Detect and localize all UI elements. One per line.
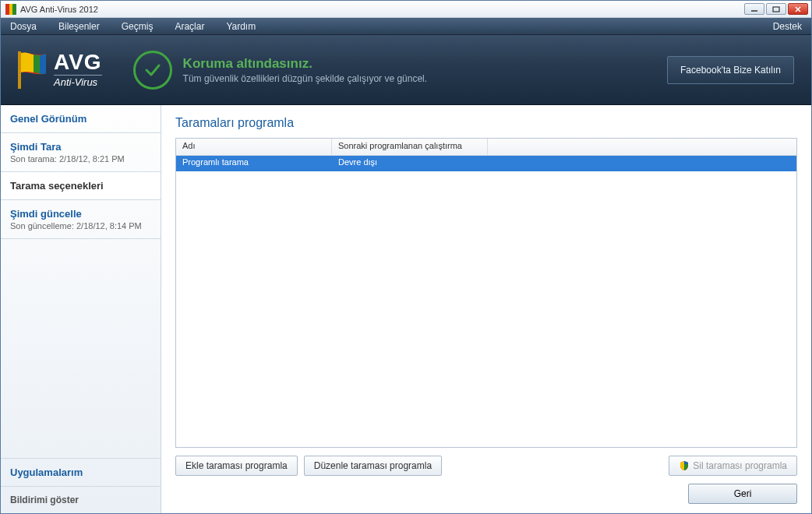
sidebar-item-show-notification[interactable]: Bildirimi göster [1,487,161,513]
svg-rect-1 [9,4,12,15]
cell-next-run: Devre dışı [332,156,488,171]
shield-icon [679,460,690,471]
add-scan-button[interactable]: Ekle taraması programla [175,456,298,476]
checkmark-icon [133,51,172,90]
page-title: Taramaları programla [175,116,797,130]
column-next-run[interactable]: Sonraki programlanan çalıştırma [332,139,488,155]
menu-tools[interactable]: Araçlar [175,21,204,32]
sidebar-item-scan-options[interactable]: Tarama seçenekleri [1,172,161,200]
delete-scan-button[interactable]: Sil taraması programla [669,456,797,476]
sidebar-item-label: Şimdi Tara [10,141,151,153]
status-subtitle: Tüm güvenlik özellikleri düzgün şekilde … [183,73,427,84]
sidebar-item-scan-now[interactable]: Şimdi Tara Son tarama: 2/18/12, 8:21 PM [1,133,161,172]
svg-rect-7 [18,51,21,89]
sidebar-item-overview[interactable]: Genel Görünüm [1,105,161,133]
sidebar-item-my-apps[interactable]: Uygulamalarım [1,458,161,487]
app-icon [5,4,16,15]
table-header: Adı Sonraki programlanan çalıştırma [176,139,796,156]
menubar: Dosya Bileşenler Geçmiş Araçlar Yardım D… [1,18,811,35]
action-row: Ekle taraması programla Düzenle taraması… [175,456,797,476]
maximize-button[interactable] [766,3,786,15]
minimize-button[interactable] [744,3,764,15]
column-name[interactable]: Adı [176,139,332,155]
sidebar-item-label: Genel Görünüm [10,113,151,125]
menu-support[interactable]: Destek [773,21,802,32]
logo-subtitle: Anti-Virus [54,75,102,88]
sidebar-item-sublabel: Son güncelleme: 2/18/12, 8:14 PM [10,221,151,231]
window-title: AVG Anti-Virus 2012 [20,5,744,14]
column-spacer [488,139,796,155]
svg-rect-0 [5,4,9,15]
header: AVG Anti-Virus Koruma altındasınız. Tüm … [1,35,811,105]
window-controls [744,3,811,15]
menu-history[interactable]: Geçmiş [122,21,154,32]
sidebar-item-sublabel: Son tarama: 2/18/12, 8:21 PM [10,154,151,164]
sidebar-item-label: Tarama seçenekleri [10,180,151,192]
facebook-button[interactable]: Facebook'ta Bize Katılın [667,56,794,84]
content-area: Taramaları programla Adı Sonraki program… [161,105,811,513]
avg-flag-icon [18,51,48,89]
cell-name: Programlı tarama [176,156,332,171]
back-button[interactable]: Geri [688,484,797,504]
menu-help[interactable]: Yardım [226,21,256,32]
sidebar-item-label: Uygulamalarım [10,466,151,478]
menu-components[interactable]: Bileşenler [58,21,100,32]
status-title: Koruma altındasınız. [183,56,427,72]
logo: AVG Anti-Virus [18,51,102,89]
edit-scan-button[interactable]: Düzenle taraması programla [304,456,442,476]
table-row[interactable]: Programlı tarama Devre dışı [176,156,796,171]
sidebar-item-label: Şimdi güncelle [10,208,151,220]
svg-rect-2 [12,4,16,15]
menu-file[interactable]: Dosya [10,21,37,32]
close-button[interactable] [788,3,808,15]
svg-rect-4 [773,7,779,12]
sidebar-item-label: Bildirimi göster [10,495,151,505]
logo-brand: AVG [54,51,102,73]
delete-scan-label: Sil taraması programla [693,460,787,471]
sidebar: Genel Görünüm Şimdi Tara Son tarama: 2/1… [1,105,161,513]
scheduled-scans-table: Adı Sonraki programlanan çalıştırma Prog… [175,138,797,448]
sidebar-item-update-now[interactable]: Şimdi güncelle Son güncelleme: 2/18/12, … [1,200,161,239]
titlebar: AVG Anti-Virus 2012 [1,1,811,18]
protection-status: Koruma altındasınız. Tüm güvenlik özelli… [133,51,667,90]
footer-row: Geri [175,484,797,504]
